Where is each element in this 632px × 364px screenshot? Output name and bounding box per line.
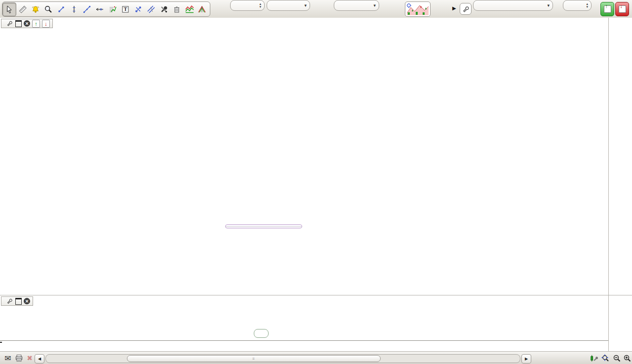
svg-text:T: T: [124, 6, 127, 12]
zoom-in-icon: [623, 354, 632, 363]
detach-disabled-button[interactable]: ✖: [25, 353, 35, 363]
price-close-button[interactable]: ✕: [24, 20, 30, 27]
zoom-in-button[interactable]: [622, 353, 632, 363]
zoom-out-icon: [612, 354, 621, 363]
wrench-icon: [6, 298, 13, 304]
sell-button[interactable]: ↓: [615, 2, 629, 16]
footer-note: [4, 286, 9, 292]
volume-canvas[interactable]: [0, 295, 608, 341]
print-button[interactable]: [14, 353, 24, 363]
segment-icon: [57, 5, 66, 14]
envelope-icon: ✉: [4, 354, 11, 363]
horizontal-line-tool-button[interactable]: [93, 3, 106, 16]
ruler-tool-button[interactable]: [16, 3, 29, 16]
price-move-down-button[interactable]: ↓: [42, 20, 50, 28]
status-bar: ✉ ✖ ◀ ≡ ▶: [0, 351, 632, 364]
price-pane-header: ✕ ↑ ↓: [1, 19, 53, 28]
expand-orderpanel-arrow[interactable]: ▶: [452, 5, 456, 11]
ohlc-tooltip: [225, 224, 302, 228]
trash-icon: [172, 5, 181, 14]
bars-count-spinner[interactable]: ▴▾: [259, 2, 261, 8]
wrench-icon: [462, 5, 470, 13]
chevron-down-icon: ▾: [304, 3, 307, 8]
text-icon: T: [121, 5, 130, 14]
bars-count-input[interactable]: ▴▾: [230, 0, 265, 11]
cursor-date-highlight: [0, 342, 2, 343]
price-axis[interactable]: [608, 18, 632, 351]
chart-signals-icon: [407, 3, 429, 15]
chart-style-button[interactable]: [405, 1, 431, 17]
quantity-input[interactable]: ▴▾: [563, 0, 592, 11]
parallel-lines-tool-button[interactable]: [145, 3, 158, 16]
price-chart-area[interactable]: ✕ ↑ ↓: [0, 18, 608, 295]
volume-settings-button[interactable]: [6, 298, 13, 305]
wrench-icon: [6, 20, 13, 27]
top-toolbar: T ▴▾ ▾: [0, 0, 632, 18]
zoom-cursor-icon: [601, 354, 610, 363]
zigzag-indicator-button[interactable]: [183, 3, 196, 16]
parallel-lines-icon: [147, 5, 156, 14]
zigzag-icon: [185, 5, 195, 14]
price-move-up-button[interactable]: ↑: [32, 20, 40, 28]
units-select[interactable]: ▾: [267, 0, 310, 11]
indicator-list-icon: [108, 5, 117, 14]
price-settings-button[interactable]: [6, 20, 13, 27]
red-cross-icon: ✖: [27, 354, 33, 362]
horizontal-scrollbar-thumb[interactable]: ≡: [127, 355, 381, 362]
zoom-tool-button[interactable]: [42, 3, 55, 16]
buy-order-icon: ↑: [604, 5, 611, 13]
vertical-line-icon: [70, 5, 79, 14]
alarm-tool-button[interactable]: [29, 3, 42, 16]
drawing-tools-group: T: [2, 1, 210, 17]
pointer-icon: [5, 5, 14, 14]
time-axis[interactable]: [0, 340, 608, 352]
scroll-right-button[interactable]: ▶: [521, 354, 531, 364]
pattern-indicator-button[interactable]: [196, 3, 209, 16]
market-order-type-select[interactable]: ▾: [473, 0, 553, 11]
settings-tools-button[interactable]: [158, 3, 170, 16]
timeframe-select[interactable]: ▾: [334, 0, 379, 11]
text-tool-button[interactable]: T: [119, 3, 132, 16]
zoom-out-button[interactable]: [612, 353, 622, 363]
volume-tooltip: [254, 329, 269, 338]
horizontal-scrollbar-track[interactable]: ≡: [45, 354, 520, 363]
quantity-spinner[interactable]: ▴▾: [586, 2, 588, 8]
scroll-left-button[interactable]: ◀: [35, 354, 44, 364]
segment-tool-button[interactable]: [55, 3, 68, 16]
buy-button[interactable]: ↑: [600, 2, 614, 16]
volume-pane-header: ✕: [1, 296, 33, 306]
sell-order-icon: ↓: [619, 5, 626, 13]
volume-window-button[interactable]: [15, 298, 22, 305]
chart-options-button[interactable]: [589, 353, 598, 363]
proreal-time-window: T ▴▾ ▾: [0, 0, 632, 364]
zoom-cursor-button[interactable]: [600, 353, 610, 363]
order-settings-button[interactable]: [460, 3, 472, 15]
alarm-bell-icon: [31, 5, 40, 14]
candlestick-wrench-icon: [590, 354, 598, 363]
price-chart-canvas[interactable]: [0, 18, 608, 295]
ohlc-tooltip-date: [226, 225, 302, 227]
printer-icon: [15, 354, 23, 362]
chevron-down-icon: ▾: [547, 3, 550, 8]
delete-tool-button[interactable]: [170, 3, 183, 16]
pattern-icon: [198, 5, 207, 14]
magnifier-icon: [44, 5, 53, 14]
move-arrows-icon: [134, 5, 143, 14]
email-button[interactable]: ✉: [3, 353, 13, 363]
axis-separator: [609, 295, 632, 295]
indicator-list-tool-button[interactable]: [106, 3, 119, 16]
pointer-tool-button[interactable]: [2, 2, 16, 16]
trend-line-icon: [82, 5, 91, 14]
vertical-line-tool-button[interactable]: [68, 3, 80, 16]
move-tool-button[interactable]: [132, 3, 145, 16]
volume-pane[interactable]: ✕: [0, 295, 608, 341]
horizontal-line-icon: [95, 5, 104, 14]
chevron-down-icon: ▾: [373, 3, 376, 8]
volume-close-button[interactable]: ✕: [24, 298, 30, 304]
ruler-icon: [18, 5, 27, 14]
price-window-button[interactable]: [15, 20, 22, 27]
trend-line-tool-button[interactable]: [80, 3, 93, 16]
tools-wrench-icon: [159, 5, 168, 14]
